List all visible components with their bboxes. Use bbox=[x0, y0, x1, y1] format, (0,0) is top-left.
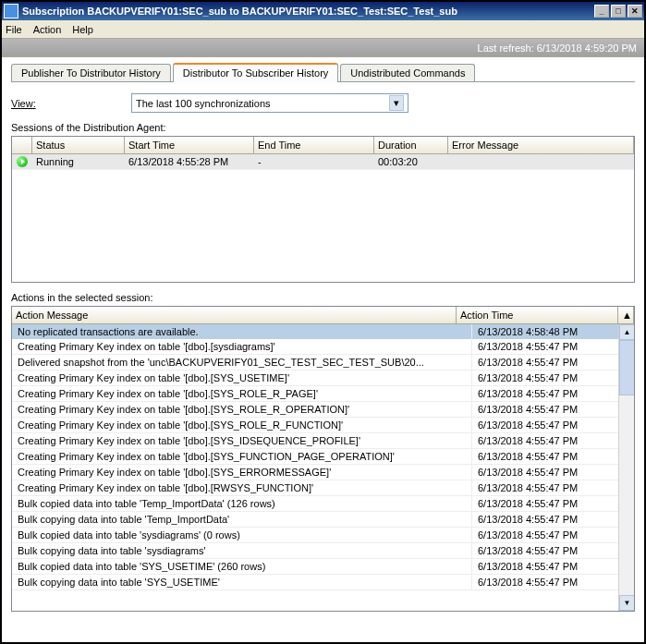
cell-start: 6/13/2018 4:55:28 PM bbox=[125, 154, 254, 169]
actions-grid: Action Message Action Time ▲ No replicat… bbox=[11, 306, 635, 612]
tab-distributor-history[interactable]: Distributor To Subscriber History bbox=[173, 63, 339, 82]
tab-publisher-history[interactable]: Publisher To Distributor History bbox=[11, 64, 171, 81]
action-time: 6/13/2018 4:55:47 PM bbox=[472, 512, 634, 527]
action-message: No replicated transactions are available… bbox=[12, 324, 472, 339]
action-message: Creating Primary Key index on table '[db… bbox=[12, 402, 472, 417]
action-message: Bulk copying data into table 'SYS_USETIM… bbox=[12, 575, 472, 589]
action-row[interactable]: Bulk copying data into table 'sysdiagram… bbox=[12, 543, 634, 559]
action-row[interactable]: Bulk copied data into table 'sysdiagrams… bbox=[12, 528, 634, 543]
action-time: 6/13/2018 4:55:47 PM bbox=[472, 543, 634, 558]
col-icon[interactable] bbox=[12, 137, 32, 153]
close-button[interactable]: ✕ bbox=[628, 5, 642, 18]
action-row[interactable]: Creating Primary Key index on table '[db… bbox=[12, 402, 634, 418]
col-action-time[interactable]: Action Time bbox=[457, 307, 618, 323]
action-time: 6/13/2018 4:55:47 PM bbox=[472, 449, 634, 464]
col-end-time[interactable]: End Time bbox=[254, 137, 374, 153]
scroll-head[interactable]: ▲ bbox=[618, 307, 634, 323]
app-icon bbox=[4, 4, 18, 18]
action-row[interactable]: Creating Primary Key index on table '[db… bbox=[12, 465, 634, 480]
col-duration[interactable]: Duration bbox=[374, 137, 448, 153]
action-row[interactable]: No replicated transactions are available… bbox=[12, 324, 634, 339]
session-row[interactable]: Running 6/13/2018 4:55:28 PM - 00:03:20 bbox=[12, 154, 634, 170]
minimize-button[interactable]: _ bbox=[594, 5, 609, 18]
action-time: 6/13/2018 4:55:47 PM bbox=[472, 433, 634, 448]
chevron-down-icon: ▾ bbox=[389, 95, 404, 111]
action-time: 6/13/2018 4:55:47 PM bbox=[472, 559, 634, 574]
action-time: 6/13/2018 4:55:47 PM bbox=[472, 355, 634, 370]
action-message: Bulk copied data into table 'SYS_USETIME… bbox=[12, 559, 472, 574]
action-time: 6/13/2018 4:58:48 PM bbox=[472, 324, 634, 339]
action-time: 6/13/2018 4:55:47 PM bbox=[472, 386, 634, 401]
menu-action[interactable]: Action bbox=[33, 24, 62, 35]
action-time: 6/13/2018 4:55:47 PM bbox=[472, 371, 634, 385]
action-time: 6/13/2018 4:55:47 PM bbox=[472, 575, 634, 589]
sessions-label: Sessions of the Distribution Agent: bbox=[11, 122, 635, 133]
running-icon bbox=[12, 154, 32, 169]
maximize-button[interactable]: □ bbox=[611, 5, 626, 18]
cell-end: - bbox=[254, 154, 374, 169]
menu-help[interactable]: Help bbox=[72, 24, 93, 35]
col-start-time[interactable]: Start Time bbox=[125, 137, 254, 153]
action-message: Creating Primary Key index on table '[db… bbox=[12, 339, 472, 354]
col-error-message[interactable]: Error Message bbox=[448, 137, 634, 153]
view-select[interactable]: The last 100 synchronizations ▾ bbox=[131, 93, 408, 113]
action-row[interactable]: Delivered snapshot from the 'unc\BACKUPV… bbox=[12, 355, 634, 371]
cell-error bbox=[448, 154, 634, 169]
action-message: Creating Primary Key index on table '[db… bbox=[12, 418, 472, 432]
action-message: Bulk copied data into table 'Temp_Import… bbox=[12, 496, 472, 511]
action-time: 6/13/2018 4:55:47 PM bbox=[472, 480, 634, 495]
action-time: 6/13/2018 4:55:47 PM bbox=[472, 339, 634, 354]
action-row[interactable]: Bulk copied data into table 'Temp_Import… bbox=[12, 496, 634, 512]
action-row[interactable]: Creating Primary Key index on table '[db… bbox=[12, 480, 634, 496]
action-time: 6/13/2018 4:55:47 PM bbox=[472, 528, 634, 542]
action-message: Creating Primary Key index on table '[db… bbox=[12, 386, 472, 401]
scroll-down-icon[interactable]: ▼ bbox=[619, 595, 634, 611]
action-message: Creating Primary Key index on table '[db… bbox=[12, 465, 472, 480]
view-label: View: bbox=[11, 98, 131, 109]
action-message: Bulk copying data into table 'Temp_Impor… bbox=[12, 512, 472, 527]
cell-status: Running bbox=[32, 154, 125, 169]
action-message: Bulk copied data into table 'sysdiagrams… bbox=[12, 528, 472, 542]
action-time: 6/13/2018 4:55:47 PM bbox=[472, 496, 634, 511]
scroll-thumb[interactable] bbox=[619, 340, 634, 395]
col-action-message[interactable]: Action Message bbox=[12, 307, 457, 323]
scroll-up-icon[interactable]: ▲ bbox=[619, 324, 634, 340]
titlebar[interactable]: Subscription BACKUPVERIFY01:SEC_sub to B… bbox=[2, 2, 644, 20]
last-refresh-label: Last refresh: 6/13/2018 4:59:20 PM bbox=[478, 43, 637, 54]
sessions-grid: Status Start Time End Time Duration Erro… bbox=[11, 136, 635, 283]
tabs: Publisher To Distributor History Distrib… bbox=[11, 63, 635, 82]
status-strip: Last refresh: 6/13/2018 4:59:20 PM bbox=[2, 39, 644, 57]
action-row[interactable]: Creating Primary Key index on table '[db… bbox=[12, 449, 634, 465]
view-select-value: The last 100 synchronizations bbox=[136, 98, 271, 109]
action-message: Creating Primary Key index on table '[db… bbox=[12, 371, 472, 385]
action-time: 6/13/2018 4:55:47 PM bbox=[472, 402, 634, 417]
action-row[interactable]: Bulk copied data into table 'SYS_USETIME… bbox=[12, 559, 634, 575]
action-row[interactable]: Bulk copying data into table 'Temp_Impor… bbox=[12, 512, 634, 528]
cell-duration: 00:03:20 bbox=[374, 154, 448, 169]
action-row[interactable]: Creating Primary Key index on table '[db… bbox=[12, 371, 634, 386]
action-message: Creating Primary Key index on table '[db… bbox=[12, 449, 472, 464]
action-row[interactable]: Bulk copying data into table 'SYS_USETIM… bbox=[12, 575, 634, 590]
col-status[interactable]: Status bbox=[32, 137, 125, 153]
action-row[interactable]: Creating Primary Key index on table '[db… bbox=[12, 433, 634, 449]
action-message: Creating Primary Key index on table '[db… bbox=[12, 480, 472, 495]
action-message: Creating Primary Key index on table '[db… bbox=[12, 433, 472, 448]
action-row[interactable]: Creating Primary Key index on table '[db… bbox=[12, 386, 634, 402]
scrollbar[interactable]: ▲ ▼ bbox=[618, 324, 634, 611]
tab-undistributed-commands[interactable]: Undistributed Commands bbox=[340, 64, 475, 81]
action-row[interactable]: Creating Primary Key index on table '[db… bbox=[12, 418, 634, 433]
action-message: Bulk copying data into table 'sysdiagram… bbox=[12, 543, 472, 558]
action-message: Delivered snapshot from the 'unc\BACKUPV… bbox=[12, 355, 472, 370]
action-time: 6/13/2018 4:55:47 PM bbox=[472, 465, 634, 480]
actions-label: Actions in the selected session: bbox=[11, 292, 635, 303]
action-row[interactable]: Creating Primary Key index on table '[db… bbox=[12, 339, 634, 355]
action-time: 6/13/2018 4:55:47 PM bbox=[472, 418, 634, 432]
menubar: File Action Help bbox=[2, 20, 644, 39]
menu-file[interactable]: File bbox=[6, 24, 22, 35]
window-title: Subscription BACKUPVERIFY01:SEC_sub to B… bbox=[22, 6, 594, 17]
